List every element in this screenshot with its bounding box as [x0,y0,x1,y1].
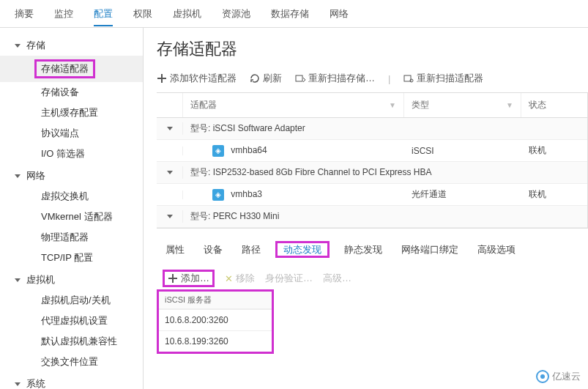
adapter-icon: ◈ [212,189,224,201]
tab-monitor[interactable]: 监控 [54,1,73,26]
tab-vm[interactable]: 虚拟机 [173,1,201,26]
sidebar-group-label: 系统 [26,377,45,389]
rescan-storage-icon [295,73,305,84]
adapter-icon: ◈ [212,145,224,157]
close-icon: ✕ [225,273,233,284]
tab-resource-pool[interactable]: 资源池 [222,1,250,26]
table-group-row[interactable]: 型号: iSCSI Software Adapter [157,118,587,140]
sidebar-group-label: 网络 [26,169,45,182]
sidebar-item-vm-compat[interactable]: 默认虚拟机兼容性 [0,331,143,352]
subtab-dynamic-discovery[interactable]: 动态发现 [278,240,327,259]
sidebar-group-storage[interactable]: 存储 [0,35,143,56]
plus-icon [157,73,167,84]
sidebar-group-label: 存储 [26,39,45,52]
table-group-row[interactable]: 型号: PERC H330 Mini [157,206,587,228]
caret-down-icon [15,44,21,48]
subtab-properties[interactable]: 属性 [164,240,186,259]
sidebar: 存储 存储适配器 存储设备 主机缓存配置 协议端点 I/O 筛选器 网络 虚拟交… [0,28,144,389]
sidebar-item-physical-adapter[interactable]: 物理适配器 [0,227,143,248]
advanced-button[interactable]: 高级… [323,272,351,285]
subtab-paths[interactable]: 路径 [240,240,262,259]
subtab-advanced[interactable]: 高级选项 [476,240,517,259]
plus-icon [168,273,178,284]
sidebar-group-system[interactable]: 系统 [0,374,143,389]
main-panel: 存储适配器 添加软件适配器 刷新 重新扫描存储… | 重新扫描适配器 [144,28,588,389]
tab-datastore[interactable]: 数据存储 [271,1,309,26]
watermark: 亿速云 [536,370,581,383]
remove-discovery-button[interactable]: ✕ 移除 [225,272,255,285]
caret-down-icon [15,174,21,178]
auth-button[interactable]: 身份验证… [265,272,313,285]
col-status[interactable]: 状态 [521,93,587,117]
sidebar-item-tcpip[interactable]: TCP/IP 配置 [0,248,143,268]
caret-down-icon [15,278,21,282]
discovery-row[interactable]: 10.6.8.199:3260 [159,330,272,352]
main-toolbar: 添加软件适配器 刷新 重新扫描存储… | 重新扫描适配器 [157,69,588,92]
refresh-icon [250,73,260,84]
sidebar-item-proto-endpoint[interactable]: 协议端点 [0,123,143,144]
sidebar-item-host-cache[interactable]: 主机缓存配置 [0,103,143,123]
caret-down-icon [167,215,173,218]
tab-permission[interactable]: 权限 [133,1,152,26]
discovery-row[interactable]: 10.6.8.200:3260 [159,309,272,330]
caret-down-icon [167,127,173,130]
caret-down-icon [167,171,173,174]
subtab-static-discovery[interactable]: 静态发现 [343,240,384,259]
filter-icon[interactable]: ▼ [506,101,513,109]
table-row[interactable]: ◈ vmhba64 iSCSI 联机 [157,140,587,162]
discovery-list: iSCSI 服务器 10.6.8.200:3260 10.6.8.199:326… [157,289,274,354]
highlight-box: 添加… [163,270,215,287]
sidebar-item-vm-startup[interactable]: 虚拟机启动/关机 [0,290,143,311]
separator: | [388,73,390,84]
col-type[interactable]: 类型▼ [404,93,521,117]
svg-rect-0 [296,75,302,81]
sidebar-group-vm[interactable]: 虚拟机 [0,270,143,290]
sub-tabs: 属性 设备 路径 动态发现 静态发现 网络端口绑定 高级选项 [157,229,588,262]
top-tabs: 摘要 监控 配置 权限 虚拟机 资源池 数据存储 网络 [0,0,588,28]
add-software-adapter-button[interactable]: 添加软件适配器 [157,72,237,85]
sidebar-group-label: 虚拟机 [26,273,55,286]
discovery-list-header: iSCSI 服务器 [159,292,272,309]
adapter-table: 适配器▼ 类型▼ 状态 型号: iSCSI Software Adapter ◈… [157,92,588,229]
tab-config[interactable]: 配置 [94,1,113,26]
sidebar-item-vswitch[interactable]: 虚拟交换机 [0,186,143,207]
add-discovery-button[interactable]: 添加… [168,272,209,285]
sidebar-item-io-filter[interactable]: I/O 筛选器 [0,144,143,164]
col-adapter[interactable]: 适配器▼ [183,93,404,117]
sidebar-item-vmkernel[interactable]: VMkernel 适配器 [0,207,143,227]
table-header: 适配器▼ 类型▼ 状态 [157,93,587,118]
discovery-panel: 添加… ✕ 移除 身份验证… 高级… iSCSI 服务器 10.6.8.200:… [157,265,588,354]
tab-network[interactable]: 网络 [330,1,349,26]
filter-icon[interactable]: ▼ [389,101,396,109]
discovery-toolbar: 添加… ✕ 移除 身份验证… 高级… [157,265,588,292]
sidebar-item-storage-devices[interactable]: 存储设备 [0,82,143,103]
tab-summary[interactable]: 摘要 [15,1,34,26]
highlight-box: 存储适配器 [34,59,95,78]
sidebar-item-vm-swap[interactable]: 交换文件位置 [0,352,143,372]
highlight-box: 动态发现 [275,241,330,258]
page-title: 存储适配器 [157,38,588,60]
sidebar-item-vm-proxy[interactable]: 代理虚拟机设置 [0,311,143,331]
caret-down-icon [15,382,21,386]
rescan-adapter-icon [403,73,414,84]
table-row[interactable]: ◈ vmhba3 光纤通道 联机 [157,184,587,206]
sidebar-group-network[interactable]: 网络 [0,166,143,186]
subtab-devices[interactable]: 设备 [202,240,224,259]
col-expand [157,93,183,117]
sidebar-item-storage-adapters[interactable]: 存储适配器 [0,56,143,82]
rescan-storage-button[interactable]: 重新扫描存储… [295,72,375,85]
rescan-adapter-button[interactable]: 重新扫描适配器 [403,72,483,85]
table-group-row[interactable]: 型号: ISP2532-based 8Gb Fibre Channel to P… [157,162,587,184]
refresh-button[interactable]: 刷新 [250,72,282,85]
watermark-logo-icon [536,370,549,383]
subtab-port-binding[interactable]: 网络端口绑定 [400,240,460,259]
